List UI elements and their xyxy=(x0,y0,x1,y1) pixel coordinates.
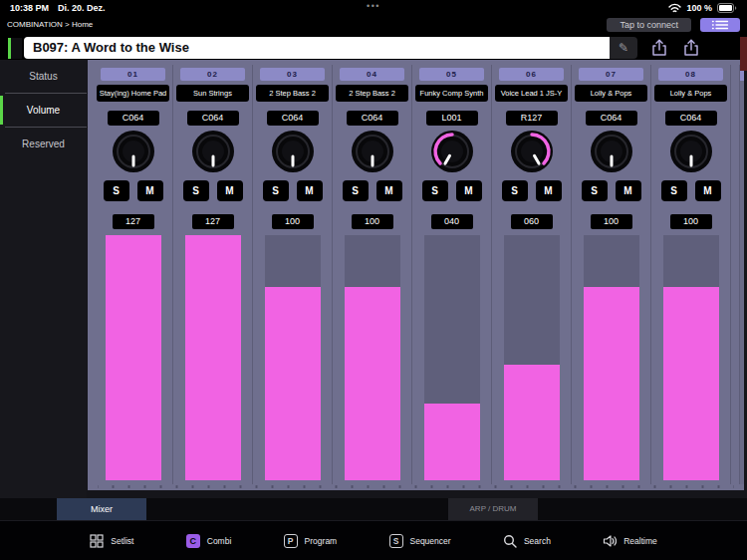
export-button[interactable] xyxy=(649,38,671,58)
channel-list: 01 Stay(ing) Home Pad C064 S xyxy=(94,65,744,484)
fader-fill xyxy=(424,404,480,480)
realtime-icon xyxy=(603,534,617,548)
toolbar-item-program[interactable]: P Program xyxy=(284,534,338,548)
pencil-icon: ✎ xyxy=(619,41,628,55)
toolbar-item-combi[interactable]: C Combi xyxy=(186,534,232,548)
channel-number[interactable]: 01 xyxy=(101,68,165,81)
channel-number[interactable]: 06 xyxy=(499,68,564,81)
toolbar-item-realtime[interactable]: Realtime xyxy=(603,534,657,548)
solo-button[interactable]: S xyxy=(104,180,129,201)
toolbar-item-setlist[interactable]: Setlist xyxy=(90,534,133,548)
channel-name[interactable]: Funky Comp Synth xyxy=(415,85,488,102)
solo-mute-row: S M xyxy=(572,180,650,201)
volume-fader[interactable] xyxy=(265,235,321,480)
tap-to-connect-button[interactable]: Tap to connect xyxy=(607,18,691,32)
solo-button[interactable]: S xyxy=(502,180,528,201)
solo-button[interactable]: S xyxy=(422,180,448,201)
pan-knob[interactable] xyxy=(510,130,554,173)
channel-name[interactable]: 2 Step Bass 2 xyxy=(336,85,408,102)
volume-fader[interactable] xyxy=(106,235,161,480)
pan-knob[interactable] xyxy=(590,130,633,173)
mute-button[interactable]: M xyxy=(137,180,163,201)
battery-icon xyxy=(717,3,737,13)
pan-value[interactable]: C064 xyxy=(665,111,717,126)
sidebar-item-reserved[interactable]: Reserved xyxy=(0,128,87,160)
solo-button[interactable]: S xyxy=(582,180,608,201)
bottom-toolbar: Setlist C Combi P Program S Sequencer Se… xyxy=(0,520,747,560)
pan-value[interactable]: R127 xyxy=(506,111,558,126)
volume-fader[interactable] xyxy=(504,235,560,480)
mixer-panel: 01 Stay(ing) Home Pad C064 S xyxy=(88,60,744,490)
channel-number[interactable]: 03 xyxy=(260,68,325,81)
sidebar-item-status[interactable]: Status xyxy=(0,60,87,93)
channel-number[interactable]: 05 xyxy=(419,68,484,81)
channel-name[interactable]: 2 Step Bass 2 xyxy=(256,85,329,102)
export-icon xyxy=(649,38,669,58)
solo-button[interactable]: S xyxy=(183,180,209,201)
pan-value[interactable]: C064 xyxy=(108,111,159,126)
program-icon: P xyxy=(284,534,298,548)
mute-button[interactable]: M xyxy=(456,180,482,201)
mute-button[interactable]: M xyxy=(695,180,721,201)
solo-button[interactable]: S xyxy=(263,180,289,201)
toolbar-item-sequencer[interactable]: S Sequencer xyxy=(389,534,451,548)
combination-title[interactable]: B097: A Word to the Wise xyxy=(24,37,610,59)
channel-name[interactable]: Voice Lead 1 JS-Y xyxy=(495,85,568,102)
channel-number[interactable]: 07 xyxy=(579,68,643,81)
volume-value[interactable]: 127 xyxy=(113,214,154,229)
pan-value[interactable]: L001 xyxy=(426,111,478,126)
pan-knob[interactable] xyxy=(430,130,474,173)
sidebar-item-volume[interactable]: Volume xyxy=(0,94,87,127)
pan-knob[interactable] xyxy=(669,130,713,173)
bank-color-chip xyxy=(8,38,22,59)
nav-row: COMBINATION > Home Tap to connect xyxy=(0,15,747,34)
solo-button[interactable]: S xyxy=(343,180,369,201)
volume-value[interactable]: 100 xyxy=(272,214,314,229)
volume-value[interactable]: 060 xyxy=(511,214,553,229)
tab-arp-drum[interactable]: ARP / DRUM xyxy=(448,498,538,520)
pan-knob[interactable] xyxy=(191,130,235,173)
volume-fader[interactable] xyxy=(424,235,480,480)
toolbar-item-search[interactable]: Search xyxy=(503,534,551,548)
pan-knob[interactable] xyxy=(351,130,394,173)
pan-knob[interactable] xyxy=(112,130,155,173)
solo-button[interactable]: S xyxy=(661,180,687,201)
channel-number[interactable]: 08 xyxy=(658,68,723,81)
mute-button[interactable]: M xyxy=(297,180,323,201)
channel-name[interactable]: Sun Strings xyxy=(176,85,249,102)
volume-value[interactable]: 100 xyxy=(352,214,393,229)
volume-fader[interactable] xyxy=(584,235,639,480)
pan-value[interactable]: C064 xyxy=(267,111,319,126)
list-menu-button[interactable] xyxy=(700,18,740,32)
pan-value[interactable]: C064 xyxy=(347,111,398,126)
mute-button[interactable]: M xyxy=(616,180,641,201)
mute-button[interactable]: M xyxy=(217,180,243,201)
tab-mixer[interactable]: Mixer xyxy=(57,498,146,520)
volume-value[interactable]: 040 xyxy=(431,214,473,229)
channel-name[interactable]: Stay(ing) Home Pad xyxy=(97,85,169,102)
pan-knob[interactable] xyxy=(271,130,315,173)
channel-number[interactable]: 04 xyxy=(340,68,404,81)
volume-value[interactable]: 127 xyxy=(192,214,234,229)
channel-name[interactable]: Lolly & Pops xyxy=(654,85,727,102)
channel-number[interactable]: 02 xyxy=(180,68,245,81)
volume-fader[interactable] xyxy=(663,235,719,480)
sidebar-item-label: Status xyxy=(29,71,57,82)
channel-strip: 05 Funky Comp Synth L001 S xyxy=(412,65,492,484)
channel-strip: 01 Stay(ing) Home Pad C064 S xyxy=(94,65,173,484)
mute-button[interactable]: M xyxy=(376,180,402,201)
mute-button[interactable]: M xyxy=(536,180,562,201)
edit-title-button[interactable]: ✎ xyxy=(610,37,637,59)
save-export-button[interactable] xyxy=(681,38,703,58)
pan-value[interactable]: C064 xyxy=(586,111,637,126)
toolbar-label: Realtime xyxy=(623,536,657,546)
pan-value[interactable]: C064 xyxy=(187,111,239,126)
toolbar-label: Setlist xyxy=(111,536,133,546)
volume-value[interactable]: 100 xyxy=(670,214,712,229)
volume-fader[interactable] xyxy=(185,235,241,480)
channel-strip: 06 Voice Lead 1 JS-Y R127 S xyxy=(492,65,572,484)
volume-value[interactable]: 100 xyxy=(591,214,632,229)
volume-fader[interactable] xyxy=(345,235,400,480)
combi-icon: C xyxy=(186,534,200,548)
channel-name[interactable]: Lolly & Pops xyxy=(575,85,647,102)
